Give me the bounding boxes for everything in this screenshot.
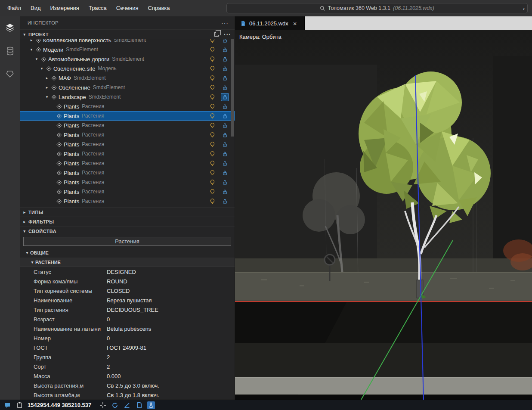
tab-close-icon[interactable]: ×	[293, 20, 297, 27]
chevron-icon[interactable]: ▾	[34, 57, 40, 61]
visibility-bulb-icon[interactable]	[209, 122, 216, 129]
visibility-bulb-icon[interactable]	[209, 169, 216, 177]
property-value[interactable]: Св 2.5 до 3.0 включ.	[107, 382, 159, 389]
property-value[interactable]: 0.000	[107, 373, 121, 379]
visibility-bulb-icon[interactable]	[209, 46, 216, 53]
property-value[interactable]: 2	[107, 354, 110, 360]
notifications-icon[interactable]	[3, 401, 11, 409]
tree-item-озеленение[interactable]: ▸ОзеленениеSmdxElement	[20, 83, 235, 92]
refresh-orbit-icon[interactable]	[111, 401, 119, 409]
chevron-icon[interactable]: ▾	[28, 47, 34, 52]
crosshair-icon[interactable]	[99, 401, 107, 409]
tree-scrollbar-thumb[interactable]	[231, 39, 234, 137]
tree-item-plants[interactable]: PlantsРастения	[20, 111, 235, 121]
visibility-bulb-icon[interactable]	[209, 141, 216, 148]
database-icon[interactable]	[4, 45, 16, 57]
tree-item-plants[interactable]: PlantsРастения	[20, 140, 235, 149]
tree-item-маф[interactable]: ▸МАФSmdxElement	[20, 73, 235, 83]
tree-item-plants[interactable]: PlantsРастения	[20, 121, 235, 130]
menu-sections[interactable]: Сечения	[111, 0, 143, 16]
group-general[interactable]: ▾ ОБЩИЕ	[20, 248, 235, 258]
property-value[interactable]: Береза пушистая	[107, 297, 152, 304]
chevron-icon[interactable]: ▾	[39, 66, 45, 71]
lock-icon[interactable]	[221, 122, 229, 129]
chevron-icon[interactable]: ▸	[28, 39, 34, 42]
visibility-bulb-icon[interactable]	[209, 39, 216, 44]
tree-item-plants[interactable]: PlantsРастения	[20, 177, 235, 187]
titlebar-overflow-icon[interactable]: ›	[523, 5, 525, 12]
lock-icon[interactable]	[221, 93, 229, 101]
property-value[interactable]: ROUND	[107, 278, 127, 285]
lock-icon[interactable]	[221, 84, 229, 91]
collapse-all-icon[interactable]	[214, 32, 219, 37]
section-project[interactable]: ▾ ПРОЕКТ ···	[20, 29, 235, 39]
flask-tool-icon[interactable]	[147, 401, 155, 409]
property-value[interactable]: ГОСТ 24909-81	[107, 345, 146, 351]
document-tool-icon[interactable]	[135, 401, 143, 409]
visibility-bulb-icon[interactable]	[209, 198, 216, 205]
tree-item-озеленение.site[interactable]: ▾Озеленение.siteМодель	[20, 64, 235, 73]
visibility-bulb-icon[interactable]	[209, 75, 216, 82]
chevron-icon[interactable]: ▸	[44, 76, 50, 80]
tree-item-plants[interactable]: PlantsРастения	[20, 158, 235, 168]
menu-help[interactable]: Справка	[143, 0, 175, 16]
chevron-icon[interactable]: ▸	[44, 85, 50, 90]
lock-icon[interactable]	[221, 131, 229, 139]
project-more-icon[interactable]: ···	[224, 31, 231, 38]
section-types[interactable]: ▸ ТИПЫ	[20, 207, 235, 217]
property-value[interactable]: 0	[107, 335, 110, 342]
tree-item-автомобильные-дороги[interactable]: ▾Автомобильные дорогиSmdxElement	[20, 54, 235, 64]
tree-item-plants[interactable]: PlantsРастения	[20, 187, 235, 196]
lock-icon[interactable]	[221, 169, 229, 177]
tree-item-модели[interactable]: ▾МоделиSmdxElement	[20, 45, 235, 54]
visibility-bulb-icon[interactable]	[209, 65, 216, 72]
chevron-icon[interactable]: ▾	[44, 95, 50, 99]
lock-icon[interactable]	[221, 150, 229, 158]
tree-item-plants[interactable]: PlantsРастения	[20, 196, 235, 206]
group-plant[interactable]: ▾ РАСТЕНИЕ	[20, 258, 235, 267]
section-filters[interactable]: ▸ ФИЛЬТРЫ	[20, 217, 235, 226]
visibility-bulb-icon[interactable]	[209, 103, 216, 110]
lock-icon[interactable]	[221, 46, 229, 53]
visibility-bulb-icon[interactable]	[209, 131, 216, 139]
command-center-searchbar[interactable]: Топоматик 360 Web 1.3.1 (06.11.2025.wdx)…	[226, 3, 528, 13]
lock-icon[interactable]	[221, 141, 229, 148]
tree-item-plants[interactable]: PlantsРастения	[20, 130, 235, 140]
lock-icon[interactable]	[221, 39, 229, 44]
visibility-bulb-icon[interactable]	[209, 150, 216, 158]
property-value[interactable]: Св 1.3 до 1.8 включ.	[107, 392, 159, 398]
object-type-button[interactable]: Растения	[23, 237, 231, 246]
lock-icon[interactable]	[221, 65, 229, 72]
layers-icon[interactable]	[4, 22, 16, 34]
tree-scrollbar[interactable]	[231, 39, 234, 207]
tree-item-plants[interactable]: PlantsРастения	[20, 168, 235, 177]
visibility-bulb-icon[interactable]	[209, 179, 216, 186]
measure-angle-icon[interactable]	[123, 401, 131, 409]
property-value[interactable]: DESIGNED	[107, 269, 136, 275]
lock-icon[interactable]	[221, 112, 229, 120]
property-value[interactable]: 2	[107, 363, 110, 370]
clipboard-icon[interactable]	[15, 401, 23, 409]
menu-route[interactable]: Трасса	[84, 0, 111, 16]
shapes-icon[interactable]	[4, 68, 16, 80]
visibility-bulb-icon[interactable]	[209, 188, 216, 196]
property-value[interactable]: Bétula pubéscens	[107, 326, 151, 332]
tab-document[interactable]: 06.11.2025.wdx ×	[235, 16, 305, 30]
viewport-3d[interactable]: Камера: Орбита	[235, 30, 532, 400]
property-value[interactable]: 0	[107, 316, 110, 323]
section-properties[interactable]: ▾ СВОЙСТВА	[20, 226, 235, 236]
tree-item-plants[interactable]: PlantsРастения	[20, 149, 235, 158]
menu-measurements[interactable]: Измерения	[46, 0, 84, 16]
lock-icon[interactable]	[221, 56, 229, 63]
visibility-bulb-icon[interactable]	[209, 56, 216, 63]
lock-icon[interactable]	[221, 198, 229, 205]
menu-file[interactable]: Файл	[3, 0, 26, 16]
visibility-bulb-icon[interactable]	[209, 112, 216, 120]
lock-icon[interactable]	[221, 188, 229, 196]
lock-icon[interactable]	[221, 75, 229, 82]
lock-icon[interactable]	[221, 160, 229, 167]
menu-view[interactable]: Вид	[26, 0, 46, 16]
lock-icon[interactable]	[221, 103, 229, 110]
property-value[interactable]: CLOSED	[107, 288, 130, 294]
tree-item-plants[interactable]: PlantsРастения	[20, 102, 235, 111]
